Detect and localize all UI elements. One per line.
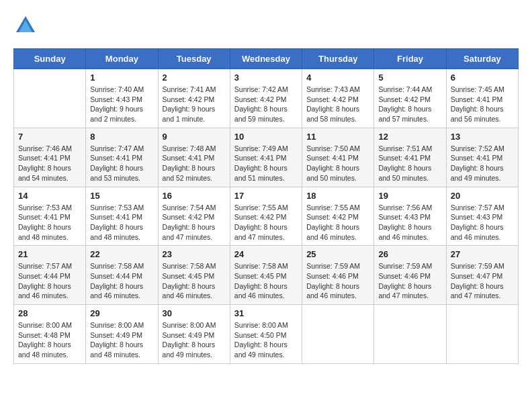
day-number: 16 [163, 191, 226, 201]
day-number: 5 [378, 73, 441, 83]
calendar-day-header: Thursday [302, 49, 374, 69]
calendar-day-header: Friday [374, 49, 446, 69]
day-number: 20 [451, 191, 514, 201]
day-number: 14 [18, 191, 81, 201]
cell-content: Sunrise: 8:00 AMSunset: 4:49 PMDaylight:… [163, 320, 226, 360]
cell-content: Sunrise: 7:40 AMSunset: 4:43 PMDaylight:… [90, 85, 153, 124]
calendar-cell: 4Sunrise: 7:43 AMSunset: 4:42 PMDaylight… [302, 69, 374, 128]
day-number: 26 [378, 249, 441, 259]
calendar-cell [446, 305, 518, 364]
day-number: 12 [378, 132, 441, 142]
day-number: 30 [163, 308, 226, 318]
day-number: 7 [18, 132, 81, 142]
day-number: 24 [234, 249, 298, 259]
day-number: 21 [18, 249, 81, 259]
day-number: 3 [234, 73, 298, 83]
cell-content: Sunrise: 7:54 AMSunset: 4:42 PMDaylight:… [163, 203, 226, 242]
calendar-day-header: Sunday [14, 49, 86, 69]
day-number: 27 [451, 249, 514, 259]
calendar-table: SundayMondayTuesdayWednesdayThursdayFrid… [13, 48, 519, 364]
cell-content: Sunrise: 7:55 AMSunset: 4:42 PMDaylight:… [234, 203, 298, 242]
calendar-week-row: 28Sunrise: 8:00 AMSunset: 4:48 PMDayligh… [14, 305, 519, 364]
calendar-cell: 16Sunrise: 7:54 AMSunset: 4:42 PMDayligh… [158, 187, 230, 246]
calendar-week-row: 14Sunrise: 7:53 AMSunset: 4:41 PMDayligh… [14, 187, 519, 246]
calendar-cell: 27Sunrise: 7:59 AMSunset: 4:47 PMDayligh… [446, 246, 518, 305]
day-number: 31 [234, 308, 298, 318]
day-number: 4 [306, 73, 369, 83]
calendar-cell: 6Sunrise: 7:45 AMSunset: 4:41 PMDaylight… [446, 69, 518, 128]
calendar-cell: 31Sunrise: 8:00 AMSunset: 4:50 PMDayligh… [230, 305, 302, 364]
cell-content: Sunrise: 8:00 AMSunset: 4:50 PMDaylight:… [234, 320, 298, 360]
day-number: 9 [163, 132, 226, 142]
cell-content: Sunrise: 7:59 AMSunset: 4:46 PMDaylight:… [306, 261, 369, 301]
logo [13, 13, 42, 38]
cell-content: Sunrise: 7:57 AMSunset: 4:43 PMDaylight:… [451, 203, 514, 242]
calendar-cell [374, 305, 446, 364]
calendar-cell: 15Sunrise: 7:53 AMSunset: 4:41 PMDayligh… [86, 187, 158, 246]
calendar-cell: 8Sunrise: 7:47 AMSunset: 4:41 PMDaylight… [86, 128, 158, 187]
day-number: 18 [306, 191, 369, 201]
calendar-cell: 30Sunrise: 8:00 AMSunset: 4:49 PMDayligh… [158, 305, 230, 364]
cell-content: Sunrise: 7:59 AMSunset: 4:46 PMDaylight:… [378, 261, 441, 301]
cell-content: Sunrise: 8:00 AMSunset: 4:48 PMDaylight:… [18, 320, 81, 360]
calendar-cell: 19Sunrise: 7:56 AMSunset: 4:43 PMDayligh… [374, 187, 446, 246]
cell-content: Sunrise: 7:49 AMSunset: 4:41 PMDaylight:… [234, 144, 298, 183]
cell-content: Sunrise: 7:53 AMSunset: 4:41 PMDaylight:… [90, 203, 153, 242]
cell-content: Sunrise: 7:44 AMSunset: 4:42 PMDaylight:… [378, 85, 441, 124]
cell-content: Sunrise: 7:48 AMSunset: 4:41 PMDaylight:… [163, 144, 226, 183]
day-number: 2 [163, 73, 226, 83]
cell-content: Sunrise: 7:41 AMSunset: 4:42 PMDaylight:… [163, 85, 226, 124]
day-number: 13 [451, 132, 514, 142]
calendar-cell: 29Sunrise: 8:00 AMSunset: 4:49 PMDayligh… [86, 305, 158, 364]
calendar-cell: 24Sunrise: 7:58 AMSunset: 4:45 PMDayligh… [230, 246, 302, 305]
day-number: 1 [90, 73, 153, 83]
cell-content: Sunrise: 7:58 AMSunset: 4:45 PMDaylight:… [163, 261, 226, 301]
cell-content: Sunrise: 7:58 AMSunset: 4:44 PMDaylight:… [90, 261, 153, 301]
cell-content: Sunrise: 7:52 AMSunset: 4:41 PMDaylight:… [451, 144, 514, 183]
calendar-cell: 25Sunrise: 7:59 AMSunset: 4:46 PMDayligh… [302, 246, 374, 305]
calendar-cell: 1Sunrise: 7:40 AMSunset: 4:43 PMDaylight… [86, 69, 158, 128]
calendar-cell: 3Sunrise: 7:42 AMSunset: 4:42 PMDaylight… [230, 69, 302, 128]
day-number: 8 [90, 132, 153, 142]
day-number: 11 [306, 132, 369, 142]
calendar-day-header: Tuesday [158, 49, 230, 69]
header [13, 13, 519, 38]
cell-content: Sunrise: 7:47 AMSunset: 4:41 PMDaylight:… [90, 144, 153, 183]
calendar-week-row: 1Sunrise: 7:40 AMSunset: 4:43 PMDaylight… [14, 69, 519, 128]
day-number: 15 [90, 191, 153, 201]
calendar-cell [302, 305, 374, 364]
day-number: 23 [163, 249, 226, 259]
calendar-cell: 9Sunrise: 7:48 AMSunset: 4:41 PMDaylight… [158, 128, 230, 187]
calendar-cell [14, 69, 86, 128]
calendar-cell: 23Sunrise: 7:58 AMSunset: 4:45 PMDayligh… [158, 246, 230, 305]
cell-content: Sunrise: 7:42 AMSunset: 4:42 PMDaylight:… [234, 85, 298, 124]
calendar-week-row: 21Sunrise: 7:57 AMSunset: 4:44 PMDayligh… [14, 246, 519, 305]
cell-content: Sunrise: 7:57 AMSunset: 4:44 PMDaylight:… [18, 261, 81, 301]
calendar-cell: 20Sunrise: 7:57 AMSunset: 4:43 PMDayligh… [446, 187, 518, 246]
cell-content: Sunrise: 7:55 AMSunset: 4:42 PMDaylight:… [306, 203, 369, 242]
day-number: 25 [306, 249, 369, 259]
cell-content: Sunrise: 7:59 AMSunset: 4:47 PMDaylight:… [451, 261, 514, 301]
calendar-cell: 17Sunrise: 7:55 AMSunset: 4:42 PMDayligh… [230, 187, 302, 246]
cell-content: Sunrise: 7:50 AMSunset: 4:41 PMDaylight:… [306, 144, 369, 183]
calendar-cell: 7Sunrise: 7:46 AMSunset: 4:41 PMDaylight… [14, 128, 86, 187]
day-number: 10 [234, 132, 298, 142]
calendar-week-row: 7Sunrise: 7:46 AMSunset: 4:41 PMDaylight… [14, 128, 519, 187]
calendar-cell: 13Sunrise: 7:52 AMSunset: 4:41 PMDayligh… [446, 128, 518, 187]
logo-icon [13, 13, 38, 38]
cell-content: Sunrise: 7:53 AMSunset: 4:41 PMDaylight:… [18, 203, 81, 242]
day-number: 19 [378, 191, 441, 201]
day-number: 6 [451, 73, 514, 83]
calendar-cell: 26Sunrise: 7:59 AMSunset: 4:46 PMDayligh… [374, 246, 446, 305]
calendar-cell: 28Sunrise: 8:00 AMSunset: 4:48 PMDayligh… [14, 305, 86, 364]
cell-content: Sunrise: 7:45 AMSunset: 4:41 PMDaylight:… [451, 85, 514, 124]
calendar-cell: 11Sunrise: 7:50 AMSunset: 4:41 PMDayligh… [302, 128, 374, 187]
cell-content: Sunrise: 7:43 AMSunset: 4:42 PMDaylight:… [306, 85, 369, 124]
calendar-cell: 22Sunrise: 7:58 AMSunset: 4:44 PMDayligh… [86, 246, 158, 305]
calendar-header-row: SundayMondayTuesdayWednesdayThursdayFrid… [14, 49, 519, 69]
calendar-cell: 21Sunrise: 7:57 AMSunset: 4:44 PMDayligh… [14, 246, 86, 305]
calendar-cell: 18Sunrise: 7:55 AMSunset: 4:42 PMDayligh… [302, 187, 374, 246]
calendar-day-header: Monday [86, 49, 158, 69]
day-number: 29 [90, 308, 153, 318]
calendar-cell: 5Sunrise: 7:44 AMSunset: 4:42 PMDaylight… [374, 69, 446, 128]
